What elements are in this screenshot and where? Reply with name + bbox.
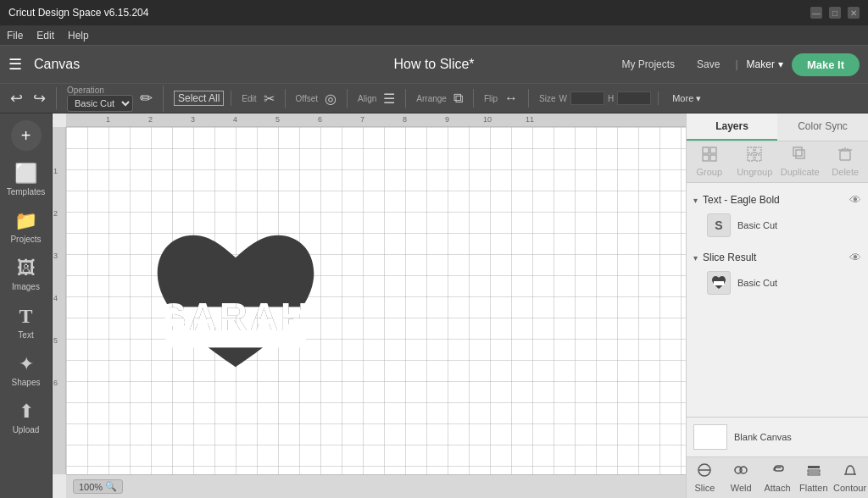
menu-edit[interactable]: Edit bbox=[36, 30, 54, 42]
canvas-content: SARAH bbox=[66, 127, 686, 474]
ruler-h-1: 1 bbox=[106, 115, 110, 124]
layer-thumbnail-s: S bbox=[707, 213, 731, 237]
ruler-h-9: 9 bbox=[445, 115, 449, 124]
tab-layers[interactable]: Layers bbox=[687, 113, 777, 141]
ruler-v-5: 5 bbox=[53, 336, 58, 345]
my-projects-button[interactable]: My Projects bbox=[615, 55, 682, 74]
svg-rect-2 bbox=[165, 307, 306, 347]
attach-button[interactable]: Attach bbox=[760, 457, 796, 498]
edit-group: Edit ✂ bbox=[242, 89, 285, 108]
sidebar-item-templates[interactable]: ⬜ Templates bbox=[3, 158, 49, 202]
design-element[interactable]: SARAH bbox=[134, 199, 337, 402]
flip-button[interactable]: ↔ bbox=[501, 89, 521, 108]
new-button[interactable]: + bbox=[11, 120, 42, 151]
edit-button[interactable]: ✂ bbox=[260, 89, 278, 108]
save-button[interactable]: Save bbox=[690, 55, 726, 74]
group-button[interactable]: Group bbox=[687, 141, 732, 182]
height-input[interactable] bbox=[617, 91, 651, 105]
make-it-button[interactable]: Make It bbox=[792, 53, 860, 76]
select-all-button[interactable]: Select All bbox=[174, 91, 224, 106]
delete-label: Delete bbox=[832, 167, 859, 177]
shapes-icon: ✦ bbox=[19, 353, 34, 375]
svg-rect-25 bbox=[808, 473, 820, 475]
panel-actions: Group Ungroup Duplicate Delete bbox=[687, 141, 868, 183]
tab-color-sync[interactable]: Color Sync bbox=[777, 113, 868, 141]
layer-group-header-text-eagle-bold[interactable]: ▾ Text - Eagle Bold 👁 bbox=[687, 190, 868, 210]
w-label: W bbox=[559, 94, 567, 103]
sidebar-item-upload[interactable]: ⬆ Upload bbox=[3, 396, 49, 440]
sidebar-item-projects[interactable]: 📁 Projects bbox=[3, 205, 49, 249]
align-button[interactable]: ☰ bbox=[380, 89, 398, 108]
undo-button[interactable]: ↩ bbox=[7, 87, 26, 109]
svg-rect-12 bbox=[793, 147, 802, 156]
blank-canvas-section: Blank Canvas bbox=[687, 417, 868, 456]
chevron-slice-result: ▾ bbox=[693, 253, 698, 263]
svg-rect-4 bbox=[710, 147, 716, 153]
ruler-h-11: 11 bbox=[526, 115, 534, 124]
ruler-h-3: 3 bbox=[191, 115, 195, 124]
flatten-label: Flatten bbox=[799, 483, 828, 493]
layer-group-header-slice-result[interactable]: ▾ Slice Result 👁 bbox=[687, 247, 868, 268]
layer-item-name-heart: Basic Cut bbox=[737, 278, 777, 288]
right-panel: Layers Color Sync Group Ungroup D bbox=[686, 113, 868, 498]
weld-button[interactable]: Weld bbox=[723, 457, 760, 498]
align-group: Align ☰ bbox=[358, 89, 406, 108]
arrange-button[interactable]: ⧉ bbox=[450, 89, 466, 108]
edit-label: Edit bbox=[242, 94, 256, 103]
sidebar-item-text[interactable]: T Text bbox=[3, 300, 49, 345]
more-button[interactable]: More ▾ bbox=[669, 91, 704, 106]
templates-icon: ⬜ bbox=[14, 163, 37, 185]
eye-slice-result[interactable]: 👁 bbox=[849, 251, 861, 264]
main-content: + ⬜ Templates 📁 Projects 🖼 Images T Text… bbox=[0, 113, 868, 498]
close-button[interactable]: ✕ bbox=[848, 7, 860, 19]
ruler-h-8: 8 bbox=[403, 115, 407, 124]
header-right: My Projects Save | Maker ▾ Make It bbox=[615, 53, 860, 76]
minimize-button[interactable]: — bbox=[810, 7, 822, 19]
sidebar-item-shapes[interactable]: ✦ Shapes bbox=[3, 348, 49, 392]
layer-item-s-basic-cut[interactable]: S Basic Cut bbox=[687, 210, 868, 241]
offset-button[interactable]: ◎ bbox=[321, 89, 340, 108]
layer-thumbnail-heart bbox=[707, 271, 731, 295]
hamburger-menu[interactable]: ☰ bbox=[8, 55, 22, 74]
canvas-area[interactable]: 1 2 3 4 5 6 7 8 9 10 11 1 2 3 4 5 6 bbox=[53, 113, 686, 498]
ungroup-button[interactable]: Ungroup bbox=[732, 141, 778, 182]
flip-group: Flip ↔ bbox=[484, 89, 529, 108]
flip-label: Flip bbox=[484, 94, 498, 103]
maker-button[interactable]: Maker ▾ bbox=[747, 58, 783, 70]
eye-text-eagle-bold[interactable]: 👁 bbox=[849, 193, 861, 207]
blank-canvas-thumbnail bbox=[693, 424, 727, 450]
slice-button[interactable]: Slice bbox=[687, 457, 723, 498]
duplicate-button[interactable]: Duplicate bbox=[777, 141, 823, 182]
ruler-v-6: 6 bbox=[53, 379, 58, 387]
operation-dropdown[interactable]: Basic Cut bbox=[67, 95, 133, 112]
images-label: Images bbox=[12, 282, 40, 291]
operation-label: Operation bbox=[67, 86, 133, 95]
pen-button[interactable]: ✏ bbox=[136, 87, 156, 109]
bottom-bar: 100% 🔍 bbox=[66, 474, 686, 498]
redo-button[interactable]: ↪ bbox=[30, 87, 49, 109]
layer-item-heart-basic-cut[interactable]: Basic Cut bbox=[687, 268, 868, 298]
layer-group-name-slice-result: Slice Result bbox=[703, 252, 844, 263]
ruler-v-3: 3 bbox=[53, 252, 58, 260]
blank-canvas-label: Blank Canvas bbox=[734, 432, 792, 442]
shapes-label: Shapes bbox=[12, 378, 41, 387]
flatten-button[interactable]: Flatten bbox=[795, 457, 832, 498]
weld-label: Weld bbox=[731, 483, 752, 493]
duplicate-label: Duplicate bbox=[781, 167, 820, 177]
svg-rect-24 bbox=[808, 470, 820, 472]
svg-rect-11 bbox=[796, 150, 804, 158]
layer-item-name-s: Basic Cut bbox=[737, 220, 777, 230]
menu-file[interactable]: File bbox=[7, 30, 23, 42]
menu-help[interactable]: Help bbox=[68, 30, 89, 42]
maximize-button[interactable]: □ bbox=[829, 7, 841, 19]
svg-rect-5 bbox=[703, 155, 709, 161]
sidebar-item-images[interactable]: 🖼 Images bbox=[3, 252, 49, 296]
contour-button[interactable]: Contour bbox=[832, 457, 868, 498]
canvas-label: Canvas bbox=[34, 57, 80, 72]
header-separator: | bbox=[735, 58, 737, 70]
width-input[interactable] bbox=[570, 91, 604, 105]
align-label: Align bbox=[358, 94, 376, 103]
size-group: Size W H bbox=[539, 91, 659, 105]
header: ☰ Canvas How to Slice* My Projects Save … bbox=[0, 46, 868, 83]
delete-button[interactable]: Delete bbox=[823, 141, 869, 182]
